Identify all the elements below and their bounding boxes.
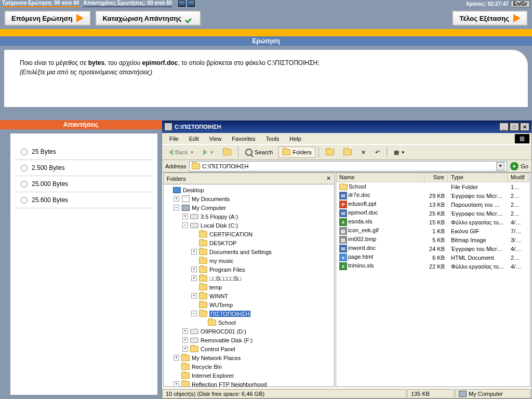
tree-node[interactable]: Internet Explorer (165, 371, 333, 380)
menu-tools[interactable]: Tools (261, 135, 285, 143)
menu-file[interactable]: File (164, 135, 184, 143)
tree-node[interactable]: + Program Files (165, 265, 333, 274)
tree-node[interactable]: my music (165, 256, 333, 265)
close-button[interactable]: ✕ (520, 123, 529, 131)
answer-radio[interactable] (21, 181, 28, 188)
expander-icon[interactable] (165, 187, 170, 193)
file-row[interactable]: Xtrimino.xls 22 KB Φύλλο εργασίας το... … (336, 262, 530, 271)
views-button[interactable]: ▦▼ (390, 147, 409, 158)
expander-icon[interactable]: − (174, 205, 179, 210)
expander-icon[interactable]: + (182, 337, 188, 343)
tree-node[interactable]: + □□S□□□□S□ (165, 274, 333, 283)
expander-icon[interactable] (191, 302, 197, 308)
answer-option[interactable]: 25.000 Bytes (15, 176, 153, 192)
copy-to-button[interactable] (340, 147, 355, 158)
search-button[interactable]: Search (242, 147, 276, 158)
col-modified[interactable]: Modif (508, 173, 528, 182)
expander-icon[interactable]: + (174, 381, 179, 387)
titlebar[interactable]: C:\ΠΙΣΤΟΠΟΙΗΣΗ _ □ ✕ (162, 121, 531, 133)
file-row[interactable]: Winword.doc 24 KB Έγγραφο του Micro... 4… (336, 244, 530, 253)
forward-button[interactable]: ▼ (200, 147, 217, 158)
expander-icon[interactable]: + (182, 214, 188, 219)
folders-button[interactable]: Folders (278, 147, 315, 158)
answer-radio[interactable] (21, 197, 28, 204)
expander-icon[interactable] (174, 364, 179, 369)
menu-help[interactable]: Help (284, 135, 307, 143)
tool-icon-1[interactable] (178, 1, 185, 7)
tree-node[interactable]: + WINNT (165, 291, 333, 300)
file-row[interactable]: Wdr7e.doc 29 KB Έγγραφο του Micro... 21/… (336, 191, 530, 200)
tree-node[interactable]: − ΠΙΣΤΟΠΟΙΗΣΗ (165, 309, 333, 318)
address-input[interactable]: C:\ΠΙΣΤΟΠΟΙΗΣΗ ▼ (189, 161, 507, 171)
tree-node[interactable]: School (165, 318, 333, 327)
tree-node[interactable]: DESKTOP (165, 238, 333, 247)
folder-tree[interactable]: Desktop + My Documents − My Computer + 3… (164, 184, 334, 387)
menu-favorites[interactable]: Favorites (227, 135, 260, 143)
move-to-button[interactable] (322, 147, 338, 158)
tree-node[interactable]: + Control Panel (165, 344, 333, 353)
expander-icon[interactable]: + (191, 249, 197, 255)
tree-node[interactable]: − Local Disk (C:) (165, 221, 333, 230)
tree-node[interactable]: Recycle Bin (165, 362, 333, 371)
expander-icon[interactable]: + (191, 275, 197, 281)
tree-node[interactable]: + Removable Disk (F:) (165, 336, 333, 344)
file-row[interactable]: Xesoda.xls 15 KB Φύλλο εργασίας το... 4/… (336, 218, 530, 227)
tool-icon-2[interactable] (188, 1, 195, 7)
next-question-button[interactable]: Επόμενη Ερώτηση (4, 10, 91, 26)
col-name[interactable]: Name (336, 173, 424, 182)
expander-icon[interactable] (191, 284, 197, 290)
expander-icon[interactable] (191, 240, 197, 246)
up-button[interactable] (219, 147, 235, 158)
expander-icon[interactable]: + (174, 355, 179, 361)
answer-radio[interactable] (21, 149, 28, 155)
maximize-button[interactable]: □ (510, 123, 519, 131)
file-row[interactable]: Wepimorf.doc 25 KB Έγγραφο του Micro... … (336, 209, 530, 218)
tree-node[interactable]: WUTemp (165, 300, 333, 309)
answer-option[interactable]: 2.500 Bytes (15, 160, 153, 176)
tree-node[interactable]: − My Computer (165, 203, 333, 212)
expander-icon[interactable] (191, 258, 197, 263)
col-type[interactable]: Type (448, 173, 508, 182)
go-button[interactable]: Go (510, 162, 528, 170)
expander-icon[interactable]: + (182, 328, 188, 334)
expander-icon[interactable]: + (191, 267, 197, 272)
minimize-button[interactable]: _ (499, 123, 509, 131)
expander-icon[interactable]: + (174, 196, 179, 202)
answer-option[interactable]: 25.600 Bytes (15, 192, 153, 208)
tree-node[interactable]: + 3.5 Floppy (A:) (165, 212, 333, 221)
tree-node[interactable]: Desktop (165, 185, 333, 194)
tree-node[interactable]: CERTIFICATION (165, 230, 333, 238)
back-button[interactable]: Back▼ (165, 147, 197, 158)
tree-node[interactable]: + Documents and Settings (165, 247, 333, 256)
tree-node[interactable]: temp (165, 283, 333, 291)
file-row[interactable]: epage.html 6 KB HTML Document 27/2/2 (336, 253, 530, 262)
expander-icon[interactable]: + (191, 293, 197, 299)
expander-icon[interactable] (191, 231, 197, 237)
address-dropdown[interactable]: ▼ (496, 162, 504, 170)
menu-edit[interactable]: Edit (184, 135, 204, 143)
file-list[interactable]: School File Folder 10/6/2 Wdr7e.doc 29 K… (336, 182, 530, 387)
expander-icon[interactable]: − (182, 222, 188, 228)
expander-icon[interactable]: + (182, 346, 188, 352)
col-size[interactable]: Size (424, 173, 448, 182)
answer-option[interactable]: 25 Bytes (15, 144, 153, 160)
file-row[interactable]: ▧im002.bmp 5 KB Bitmap Image 3/2/20 (336, 235, 530, 244)
tree-node[interactable]: + Reflection FTP Neighborhood (165, 380, 333, 387)
file-row[interactable]: Pedusoft.ppt 13 KB Παρουσίαση του Mic...… (336, 200, 530, 209)
expander-icon[interactable] (174, 373, 179, 378)
answer-radio[interactable] (21, 165, 28, 171)
tree-node[interactable]: + My Network Places (165, 353, 333, 362)
language-toggle[interactable]: En/Gr (511, 1, 530, 7)
file-row[interactable]: School File Folder 10/6/2 (336, 182, 530, 191)
tree-node[interactable]: + O9PROCD01 (D:) (165, 327, 333, 336)
submit-answer-button[interactable]: Καταχώριση Απάντησης (95, 10, 201, 26)
close-tree-button[interactable]: ✕ (326, 175, 331, 182)
tree-node[interactable]: + My Documents (165, 194, 333, 203)
expander-icon[interactable] (200, 320, 206, 325)
delete-button[interactable]: ✕ (357, 147, 369, 158)
undo-button[interactable]: ↶ (371, 147, 383, 158)
file-row[interactable]: ▧icon_eek.gif 1 KB Εικόνα GIF 7/2/20 (336, 227, 530, 235)
end-exam-button[interactable]: Τέλος Εξέτασης (452, 10, 528, 26)
expander-icon[interactable]: − (191, 311, 197, 316)
menu-view[interactable]: View (204, 135, 227, 143)
